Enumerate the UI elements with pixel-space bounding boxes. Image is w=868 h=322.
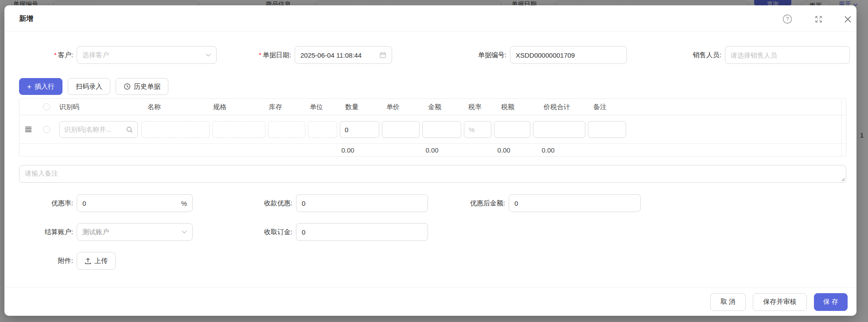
doc-date-label: 单据日期: <box>247 51 291 59</box>
total-input[interactable] <box>533 121 585 138</box>
settlement-account-select[interactable]: 测试账户 <box>77 223 193 241</box>
clock-icon <box>124 83 131 90</box>
salesperson-input[interactable] <box>725 46 850 64</box>
doc-date-field: 单据日期: 2025-06-04 11:08:44 <box>247 46 392 64</box>
cancel-button[interactable]: 取 消 <box>710 293 746 311</box>
price-input[interactable] <box>382 121 420 138</box>
customer-field: 客户: 选择客户 <box>47 46 217 64</box>
customer-select[interactable]: 选择客户 <box>77 46 217 64</box>
deposit-input[interactable] <box>296 223 428 241</box>
new-document-modal: 新增 ? 客户: 选择客户 <box>4 5 856 316</box>
doc-no-field: 单据编号: <box>467 46 627 64</box>
fullscreen-icon[interactable] <box>814 14 823 24</box>
doc-date-picker[interactable]: 2025-06-04 11:08:44 <box>295 46 392 64</box>
total-amount: 0.00 <box>425 144 438 157</box>
upload-icon <box>85 258 91 264</box>
tax-rate-input[interactable] <box>464 121 491 138</box>
settlement-account-label: 结算账户: <box>40 228 73 236</box>
salesperson-label: 销售人员: <box>682 51 721 59</box>
deposit-field: 收取订金: <box>259 223 428 241</box>
col-qty: 数量 <box>345 99 358 115</box>
table-header-row: 识别码 名称 规格 库存 单位 数量 单价 金额 税率 税额 价税合计 备注 <box>19 99 846 115</box>
deposit-label: 收取订金: <box>259 228 292 236</box>
order-remark-wrap <box>19 165 846 183</box>
cell-name[interactable] <box>141 121 210 138</box>
col-spec: 规格 <box>213 99 226 115</box>
attachment-field: 附件: 上传 <box>53 252 116 270</box>
drag-handle-icon[interactable] <box>25 126 32 133</box>
discount-rate-field: 优惠率: 0 % <box>47 194 193 212</box>
chevron-down-icon <box>206 53 211 57</box>
tax-input[interactable] <box>494 121 530 138</box>
col-tax-rate: 税率 <box>468 99 482 115</box>
modal-footer: 取 消 保存并审核 保 存 <box>4 287 856 316</box>
grid-toolbar: + 插入行 扫码录入 历史单据 <box>19 78 168 95</box>
search-icon <box>126 126 133 133</box>
svg-text:?: ? <box>786 16 789 22</box>
help-icon[interactable]: ? <box>782 14 792 24</box>
after-discount-input[interactable] <box>509 194 641 212</box>
col-unit: 单位 <box>310 99 323 115</box>
col-remark: 备注 <box>593 99 607 115</box>
col-amount: 金额 <box>428 99 441 115</box>
close-icon[interactable] <box>843 14 852 24</box>
modal-header: 新增 ? <box>4 5 856 32</box>
total-qty: 0.00 <box>341 144 354 157</box>
percent-suffix: % <box>181 200 187 207</box>
qty-input[interactable] <box>340 121 379 138</box>
discount-rate-value: 0 <box>82 200 86 207</box>
chevron-down-icon <box>182 230 187 234</box>
header-radio[interactable] <box>43 103 50 110</box>
after-discount-label: 优惠后金额: <box>461 199 505 208</box>
insert-row-label: 插入行 <box>35 82 54 91</box>
doc-no-input[interactable] <box>510 46 627 64</box>
settlement-account-field: 结算账户: 测试账户 <box>40 223 193 241</box>
after-discount-field: 优惠后金额: <box>461 194 641 212</box>
remark-input[interactable] <box>588 121 626 138</box>
total-incl-tax: 0.00 <box>541 144 554 157</box>
scan-entry-button[interactable]: 扫码录入 <box>68 78 110 95</box>
plus-icon: + <box>27 83 31 90</box>
calendar-icon <box>379 51 386 59</box>
product-search-placeholder: 识别码|名称并... <box>64 126 124 134</box>
col-id-code: 识别码 <box>59 99 79 115</box>
history-docs-button[interactable]: 历史单据 <box>116 78 168 95</box>
col-tax: 税额 <box>501 99 514 115</box>
total-tax: 0.00 <box>497 144 510 157</box>
product-table: 识别码 名称 规格 库存 单位 数量 单价 金额 税率 税额 价税合计 备注 识… <box>19 98 846 157</box>
table-row: 识别码|名称并... <box>19 115 846 144</box>
screen: 单据编号 请输入单据编号 商品信息 请输入识别码|名称|规格|型号 单据日期 开… <box>0 0 868 322</box>
settlement-account-value: 测试账户 <box>82 228 109 236</box>
payment-discount-input[interactable] <box>296 194 428 212</box>
col-name: 名称 <box>148 99 161 115</box>
modal-title: 新增 <box>19 5 33 32</box>
payment-discount-label: 收款优惠: <box>259 199 292 208</box>
cell-unit[interactable] <box>308 121 337 138</box>
cell-stock[interactable] <box>268 121 305 138</box>
cell-spec[interactable] <box>212 121 265 138</box>
insert-row-button[interactable]: + 插入行 <box>19 78 62 95</box>
row-radio[interactable] <box>43 126 50 133</box>
upload-label: 上传 <box>94 257 108 265</box>
table-totals-row: 0.00 0.00 0.00 0.00 <box>19 144 846 157</box>
discount-rate-input[interactable]: 0 % <box>77 194 193 212</box>
history-docs-label: 历史单据 <box>134 82 160 91</box>
col-total: 价税合计 <box>544 99 570 115</box>
amount-input[interactable] <box>422 121 461 138</box>
order-remark-textarea[interactable] <box>19 165 846 183</box>
customer-placeholder: 选择客户 <box>82 51 109 59</box>
save-button[interactable]: 保 存 <box>814 293 848 311</box>
doc-date-value: 2025-06-04 11:08:44 <box>300 51 362 59</box>
customer-label: 客户: <box>47 51 73 59</box>
payment-discount-field: 收款优惠: <box>259 194 428 212</box>
col-stock: 库存 <box>269 99 282 115</box>
scan-entry-label: 扫码录入 <box>76 82 102 91</box>
discount-rate-label: 优惠率: <box>47 199 73 208</box>
doc-no-label: 单据编号: <box>467 51 506 59</box>
save-and-audit-button[interactable]: 保存并审核 <box>753 293 807 311</box>
salesperson-field: 销售人员: <box>682 46 850 64</box>
col-price: 单价 <box>386 99 400 115</box>
product-search-input[interactable]: 识别码|名称并... <box>59 121 138 138</box>
attachment-label: 附件: <box>53 257 73 265</box>
upload-button[interactable]: 上传 <box>77 252 116 270</box>
